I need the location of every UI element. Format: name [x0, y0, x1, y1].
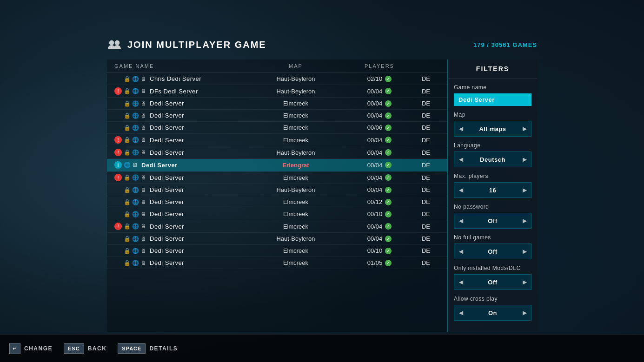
- table-row[interactable]: 🔒 🌐 🖥 Dedi Server Elmcreek 00/10 ✓ DE: [107, 208, 447, 220]
- table-row[interactable]: ! 🔒 🌐 🖥 Dedi Server Elmcreek 00/04 ✓ DE: [107, 134, 447, 146]
- header-game-name: GAME NAME: [114, 63, 245, 69]
- cross-play-prev-button[interactable]: ◀: [454, 305, 467, 320]
- no-full-games-next-button[interactable]: ▶: [518, 244, 531, 259]
- table-row[interactable]: 🔒 🌐 🖥 Dedi Server Elmcreek 00/04 ✓ DE: [107, 98, 447, 110]
- map-next-button[interactable]: ▶: [518, 121, 531, 136]
- max-players-prev-button[interactable]: ◀: [454, 183, 467, 197]
- players-count: 00/10: [367, 211, 383, 217]
- players-cell: 00/10 ✓: [347, 211, 412, 217]
- filters-panel: FILTERS Game name Map ◀ All maps ▶ Langu…: [447, 59, 537, 332]
- server-name: Chris Dedi Server: [150, 75, 201, 82]
- filter-language: Language ◀ Deutsch ▶: [448, 142, 537, 173]
- table-row[interactable]: ! 🔒 🌐 🖥 Dedi Server Haut-Beyleron 00/04 …: [107, 146, 447, 159]
- map-prev-button[interactable]: ◀: [454, 121, 467, 136]
- server-icons: 🔒 🌐 🖥: [124, 88, 146, 94]
- table-row[interactable]: ! 🔒 🌐 🖥 Dedi Server Elmcreek 00/04 ✓ DE: [107, 171, 447, 184]
- globe-icon: 🌐: [132, 187, 139, 193]
- cross-play-selector: ◀ On ▶: [454, 305, 531, 321]
- lang-cell: DE: [412, 223, 440, 230]
- map-cell: Erlengrat: [245, 162, 347, 169]
- table-row[interactable]: 🔒 🌐 🖥 Dedi Server Elmcreek 00/10 ✓ DE: [107, 245, 447, 257]
- server-icons: 🌐 🖥: [124, 162, 138, 168]
- filter-game-name: Game name: [448, 84, 537, 112]
- players-count: 00/04: [367, 137, 383, 144]
- only-mods-next-button[interactable]: ▶: [518, 275, 531, 290]
- cross-play-next-button[interactable]: ▶: [518, 305, 531, 320]
- table-row-selected[interactable]: i 🌐 🖥 Dedi Server Erlengrat 00/04 ✓ DE: [107, 159, 447, 171]
- table-row[interactable]: 🔒 🌐 🖥 Chris Dedi Server Haut-Beyleron 02…: [107, 73, 447, 85]
- globe-icon: 🌐: [132, 137, 139, 143]
- screen-icon: 🖥: [140, 100, 146, 107]
- server-name-cell: ! 🔒 🌐 🖥 Dedi Server: [114, 136, 245, 144]
- lock-icon: 🔒: [124, 223, 131, 230]
- table-row[interactable]: 🔒 🌐 🖥 Dedi Server Elmcreek 00/12 ✓ DE: [107, 196, 447, 208]
- screen-icon: 🖥: [140, 199, 146, 205]
- lock-icon: 🔒: [124, 174, 131, 181]
- map-cell: Elmcreek: [245, 247, 347, 254]
- no-password-next-button[interactable]: ▶: [518, 213, 531, 228]
- screen-icon: 🖥: [140, 236, 146, 242]
- checkmark-icon: ✓: [385, 260, 392, 266]
- lock-icon: 🔒: [124, 125, 131, 131]
- players-cell: 00/12 ✓: [347, 198, 412, 205]
- server-icons: 🔒 🌐 🖥: [124, 211, 146, 217]
- table-row[interactable]: 🔒 🌐 🖥 Dedi Server Elmcreek 00/06 ✓ DE: [107, 122, 447, 134]
- map-cell: Elmcreek: [245, 259, 347, 266]
- filter-max-players-label: Max. players: [454, 173, 531, 179]
- players-cell: 00/04 ✓: [347, 235, 412, 242]
- server-name: Dedi Server: [150, 235, 184, 242]
- server-icons: 🔒 🌐 🖥: [124, 125, 146, 131]
- no-password-prev-button[interactable]: ◀: [454, 213, 467, 228]
- players-count: 00/04: [367, 100, 383, 107]
- globe-icon: 🌐: [124, 162, 131, 168]
- map-cell: Elmcreek: [245, 211, 347, 217]
- checkmark-icon: ✓: [385, 199, 392, 205]
- max-players-next-button[interactable]: ▶: [518, 183, 531, 197]
- server-name-cell: 🔒 🌐 🖥 Dedi Server: [114, 186, 245, 193]
- players-cell: 00/04 ✓: [347, 162, 412, 169]
- table-row[interactable]: 🔒 🌐 🖥 Dedi Server Elmcreek 01/05 ✓ DE: [107, 257, 447, 269]
- table-row[interactable]: ! 🔒 🌐 🖥 DFs Dedi Server Haut-Beyleron 00…: [107, 85, 447, 98]
- map-cell: Haut-Beyleron: [245, 75, 347, 82]
- table-header: GAME NAME MAP PLAYERS: [107, 59, 447, 73]
- filter-max-players: Max. players ◀ 16 ▶: [448, 173, 537, 204]
- table-row[interactable]: 🔒 🌐 🖥 Dedi Server Haut-Beyleron 00/04 ✓ …: [107, 184, 447, 196]
- lang-cell: DE: [412, 88, 440, 95]
- server-list-container: GAME NAME MAP PLAYERS 🔒 🌐 🖥 Chris Dedi S…: [107, 59, 447, 332]
- server-name: Dedi Server: [150, 211, 184, 217]
- players-count: 00/04: [367, 223, 383, 230]
- svg-point-1: [115, 40, 120, 45]
- globe-icon: 🌐: [132, 174, 139, 181]
- lock-icon: 🔒: [124, 187, 131, 193]
- server-name-cell: 🔒 🌐 🖥 Dedi Server: [114, 198, 245, 205]
- screen-icon: 🖥: [140, 88, 146, 94]
- map-cell: Haut-Beyleron: [245, 186, 347, 193]
- checkmark-icon: ✓: [385, 211, 392, 217]
- globe-icon: 🌐: [132, 248, 139, 254]
- filter-only-mods: Only installed Mods/DLC ◀ Off ▶: [448, 265, 537, 296]
- players-cell: 00/04 ✓: [347, 223, 412, 230]
- players-count: 00/04: [367, 186, 383, 193]
- language-prev-button[interactable]: ◀: [454, 152, 467, 167]
- checkmark-icon: ✓: [385, 76, 392, 82]
- game-name-input[interactable]: [454, 93, 531, 106]
- globe-icon: 🌐: [132, 112, 139, 119]
- server-name-cell: 🔒 🌐 🖥 Dedi Server: [114, 112, 245, 119]
- only-mods-prev-button[interactable]: ◀: [454, 275, 467, 290]
- checkmark-icon: ✓: [385, 162, 392, 168]
- filter-map-label: Map: [454, 112, 531, 118]
- table-row[interactable]: 🔒 🌐 🖥 Dedi Server Elmcreek 00/04 ✓ DE: [107, 110, 447, 122]
- players-count: 01/05: [367, 259, 383, 266]
- screen-icon: 🖥: [140, 125, 146, 131]
- no-full-games-prev-button[interactable]: ◀: [454, 244, 467, 259]
- table-row[interactable]: ! 🔒 🌐 🖥 Dedi Server Elmcreek 00/04 ✓ DE: [107, 220, 447, 233]
- language-next-button[interactable]: ▶: [518, 152, 531, 167]
- table-row[interactable]: 🔒 🌐 🖥 Dedi Server Haut-Beyleron 00/04 ✓ …: [107, 233, 447, 245]
- header-players: PLAYERS: [347, 63, 412, 69]
- warning-icon: !: [114, 149, 122, 156]
- server-name-cell: 🔒 🌐 🖥 Dedi Server: [114, 247, 245, 254]
- warning-icon: !: [114, 174, 122, 181]
- server-name-cell: 🔒 🌐 🖥 Dedi Server: [114, 211, 245, 217]
- globe-icon: 🌐: [132, 88, 139, 94]
- lang-cell: DE: [412, 186, 440, 193]
